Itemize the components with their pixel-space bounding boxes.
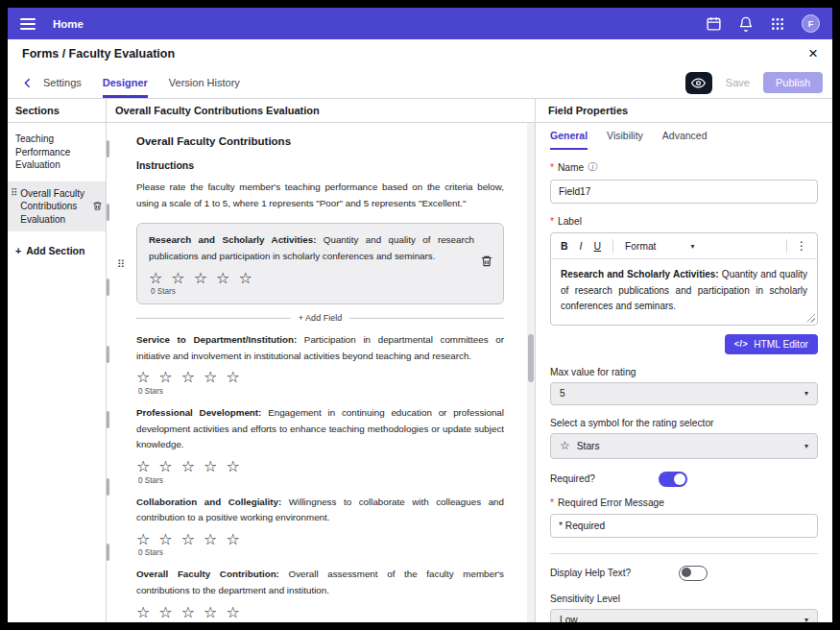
field-label-text: Research and Scholarly Activities: Quant…	[149, 232, 474, 264]
canvas-gutter-mark	[107, 544, 109, 561]
properties-panel: Field Properties General Visibility Adva…	[536, 99, 832, 622]
star-icon[interactable]: ☆	[158, 458, 172, 475]
max-rating-label: Max value for rating	[550, 367, 818, 377]
bold-button[interactable]: B	[561, 240, 568, 252]
required-toggle[interactable]	[659, 472, 687, 487]
star-rating[interactable]: ☆☆☆☆☆	[136, 458, 504, 475]
star-icon[interactable]: ☆	[204, 369, 217, 386]
section-item-label: Overall Faculty Contributions Evaluation	[20, 187, 89, 227]
section-item-overall-faculty-contributions[interactable]: ⠿ Overall Faculty Contributions Evaluati…	[8, 182, 106, 232]
calendar-icon[interactable]	[706, 15, 722, 32]
canvas-scrollbar-thumb[interactable]	[528, 334, 534, 382]
format-dropdown[interactable]: Format ▾	[625, 241, 694, 252]
section-item-teaching-performance[interactable]: Teaching Performance Evaluation	[8, 123, 106, 172]
sensitivity-select[interactable]: Low ▾	[550, 609, 818, 623]
tab-settings[interactable]: Settings	[43, 67, 82, 98]
html-editor-button[interactable]: </> HTML Editor	[725, 334, 818, 354]
tab-visibility[interactable]: Visibility	[607, 123, 643, 150]
bell-icon[interactable]	[738, 16, 754, 32]
star-icon[interactable]: ☆	[136, 458, 150, 475]
tab-designer[interactable]: Designer	[103, 67, 148, 98]
star-icon[interactable]: ☆	[136, 531, 150, 548]
tab-general[interactable]: General	[550, 123, 588, 150]
star-icon[interactable]: ☆	[204, 531, 217, 548]
info-icon[interactable]: ⓘ	[588, 160, 597, 174]
eye-icon	[691, 76, 706, 90]
star-icon[interactable]: ☆	[194, 270, 207, 287]
canvas-scrollbar[interactable]	[527, 123, 535, 622]
sections-panel: Sections Teaching Performance Evaluation…	[8, 99, 107, 622]
instructions-label: Instructions	[136, 159, 504, 171]
menu-icon[interactable]	[20, 18, 36, 30]
star-icon[interactable]: ☆	[171, 270, 184, 287]
tab-version-history[interactable]: Version History	[169, 67, 240, 98]
star-icon[interactable]: ☆	[136, 604, 150, 621]
label-editor-content[interactable]: Research and Scholarly Activities: Quant…	[551, 259, 817, 325]
star-icon[interactable]: ☆	[149, 270, 162, 287]
star-icon[interactable]: ☆	[216, 270, 229, 287]
back-icon[interactable]	[21, 77, 34, 89]
star-icon[interactable]: ☆	[181, 604, 195, 621]
preview-button[interactable]	[685, 72, 712, 94]
required-marker: *	[550, 162, 554, 173]
star-icon[interactable]: ☆	[158, 604, 172, 621]
star-rating[interactable]: ☆☆☆☆☆	[136, 369, 504, 386]
form-canvas: Overall Faculty Contributions Evaluation…	[107, 99, 536, 622]
star-icon[interactable]: ☆	[181, 531, 195, 548]
star-icon[interactable]: ☆	[226, 458, 239, 475]
field-block-professional-development[interactable]: Professional Development: Engagement in …	[136, 405, 504, 485]
star-icon[interactable]: ☆	[226, 531, 239, 548]
field-block-service[interactable]: Service to Department/Institution: Parti…	[136, 332, 504, 396]
canvas-title: Overall Faculty Contributions Evaluation	[107, 99, 535, 123]
italic-button[interactable]: I	[580, 240, 583, 252]
properties-body: * Name ⓘ * Label B I U For	[536, 150, 832, 622]
add-field-label: + Add Field	[299, 313, 342, 323]
drag-handle-icon[interactable]: ⠿	[117, 258, 125, 271]
properties-panel-title: Field Properties	[536, 99, 832, 123]
underline-button[interactable]: U	[594, 240, 602, 252]
add-field-button[interactable]: + Add Field	[136, 313, 504, 323]
star-icon[interactable]: ☆	[238, 270, 252, 287]
close-icon[interactable]: ×	[808, 45, 818, 61]
rating-count-label: 0 Stars	[138, 621, 504, 622]
plus-icon: +	[15, 245, 21, 256]
field-card-research[interactable]: ⠿ Research and Scholarly Activities: Qua…	[136, 223, 504, 304]
star-icon[interactable]: ☆	[181, 458, 195, 475]
star-rating[interactable]: ☆☆☆☆☆	[136, 604, 504, 621]
toolbar-tabs: Settings Designer Version History	[43, 67, 240, 98]
avatar[interactable]: F	[802, 14, 820, 33]
drag-handle-icon[interactable]: ⠿	[11, 187, 17, 227]
star-rating[interactable]: ☆☆☆☆☆	[136, 531, 504, 548]
max-rating-select[interactable]: 5 ▾	[550, 382, 818, 405]
delete-section-icon[interactable]	[92, 201, 103, 211]
star-icon[interactable]: ☆	[204, 458, 217, 475]
delete-field-icon[interactable]	[480, 254, 493, 268]
star-icon[interactable]: ☆	[204, 604, 217, 621]
star-icon: ☆	[560, 439, 570, 452]
tab-advanced[interactable]: Advanced	[662, 123, 708, 150]
rich-text-editor: B I U Format ▾ ⋮ Res	[550, 232, 818, 326]
canvas-gutter-mark	[107, 204, 109, 221]
save-button[interactable]: Save	[726, 77, 750, 88]
add-section-button[interactable]: + Add Section	[8, 231, 106, 270]
canvas-gutter-mark	[107, 478, 109, 496]
apps-grid-icon[interactable]	[770, 16, 785, 32]
required-error-input[interactable]	[550, 514, 818, 538]
star-icon[interactable]: ☆	[181, 369, 195, 386]
star-icon[interactable]: ☆	[158, 531, 172, 548]
field-block-collaboration[interactable]: Collaboration and Collegiality: Willingn…	[136, 495, 504, 558]
star-icon[interactable]: ☆	[226, 604, 239, 621]
chevron-down-icon: ▾	[804, 442, 808, 450]
name-input[interactable]	[550, 180, 818, 204]
star-icon[interactable]: ☆	[136, 369, 150, 386]
more-options-icon[interactable]: ⋮	[796, 239, 807, 253]
star-rating[interactable]: ☆☆☆☆☆	[149, 270, 474, 287]
display-help-toggle[interactable]	[679, 566, 708, 581]
star-icon[interactable]: ☆	[226, 369, 239, 386]
field-block-overall-contribution[interactable]: Overall Faculty Contribution: Overall as…	[136, 567, 504, 622]
title-bar: Forms / Faculty Evaluation ×	[8, 39, 832, 67]
star-icon[interactable]: ☆	[158, 369, 172, 386]
symbol-select[interactable]: ☆ Stars ▾	[550, 433, 818, 459]
publish-button[interactable]: Publish	[763, 72, 823, 93]
required-marker: *	[550, 216, 554, 227]
